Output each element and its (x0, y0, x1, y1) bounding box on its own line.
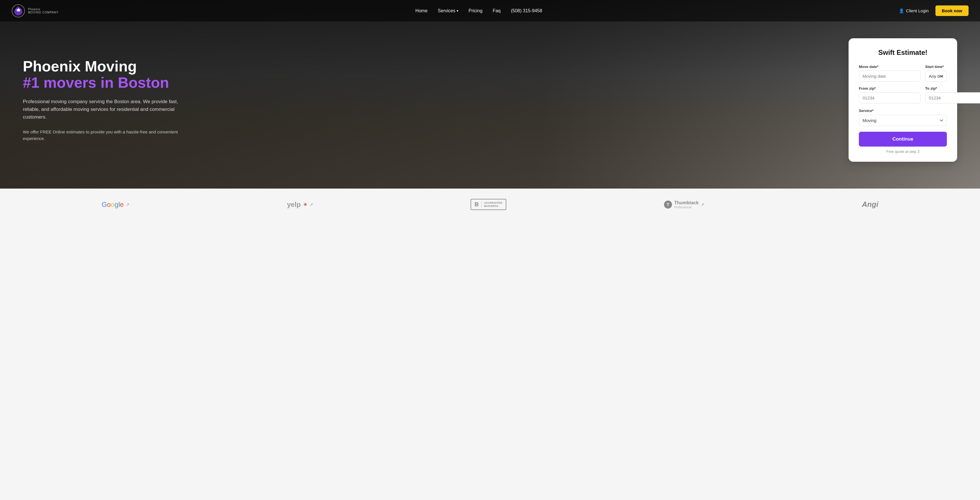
nav-services-label: Services (438, 8, 455, 13)
form-group-from-zip: From zip* (859, 86, 921, 104)
move-date-label: Move date* (859, 65, 921, 69)
logo-subtext: MOVING COMPANY (28, 11, 59, 14)
form-row-date-time: Move date* Start time* Any time 8:00 AM … (859, 65, 947, 82)
hero-title-line2: #1 movers in Boston (23, 75, 189, 91)
thumbtack-name: Thumbtack (674, 200, 698, 205)
move-date-input[interactable] (859, 70, 921, 82)
form-group-move-date: Move date* (859, 65, 921, 82)
thumbtack-sublabel: Professional (674, 205, 698, 209)
yelp-logo: yelp (287, 201, 301, 209)
nav-right: 👤 Client Login Book now (899, 5, 969, 16)
trust-thumbtack[interactable]: T Thumbtack Professional ↗ (664, 200, 704, 209)
client-login-link[interactable]: 👤 Client Login (899, 8, 929, 13)
book-now-button[interactable]: Book now (935, 5, 969, 16)
nav-home[interactable]: Home (415, 8, 428, 13)
logo-brand: Phoenix (28, 8, 59, 11)
hero-section: Phoenix Moving #1 movers in Boston Profe… (0, 0, 980, 189)
yelp-burst-icon: ✳ (303, 201, 307, 208)
nav-services[interactable]: Services ▾ (438, 8, 458, 13)
from-zip-label: From zip* (859, 86, 921, 91)
trust-angi[interactable]: Angi (862, 200, 878, 209)
nav-pricing[interactable]: Pricing (469, 8, 482, 13)
client-login-label: Client Login (906, 8, 929, 13)
hero-title-line1: Phoenix Moving (23, 58, 189, 75)
bbb-accredited: ACCREDITED (484, 201, 502, 205)
estimate-title: Swift Estimate! (859, 49, 947, 57)
bbb-text: ACCREDITED BUSINESS (484, 201, 502, 208)
trust-bbb[interactable]: B ACCREDITED BUSINESS (471, 199, 506, 210)
user-icon: 👤 (899, 8, 904, 13)
google-logo: Google (102, 201, 124, 209)
bbb-initial: B (474, 201, 482, 208)
start-time-label: Start time* (925, 65, 947, 69)
logo-text: Phoenix MOVING COMPANY (28, 8, 59, 14)
from-zip-input[interactable] (859, 92, 921, 104)
service-select[interactable]: Moving Packing Storage Junk Removal (859, 115, 947, 126)
service-label: Service* (859, 108, 873, 113)
nav-phone[interactable]: (508) 315-9458 (511, 8, 542, 13)
nav-faq[interactable]: Faq (493, 8, 501, 13)
thumbtack-icon: T (664, 201, 672, 209)
start-time-select[interactable]: Any time 8:00 AM 9:00 AM 10:00 AM 11:00 … (925, 70, 947, 82)
thumbtack-text: Thumbtack Professional (674, 200, 698, 209)
yelp-arrow-icon: ↗ (310, 202, 313, 207)
navbar: Phoenix MOVING COMPANY Home Services ▾ P… (0, 0, 980, 21)
to-zip-input[interactable] (925, 92, 980, 104)
estimate-card: Swift Estimate! Move date* Start time* A… (849, 38, 957, 162)
to-zip-label: To zip* (925, 86, 980, 91)
bbb-business: BUSINESS (484, 205, 502, 208)
form-row-zip: From zip* To zip* (859, 86, 947, 104)
nav-links: Home Services ▾ Pricing Faq (508) 315-94… (415, 8, 542, 13)
continue-button[interactable]: Continue (859, 132, 947, 146)
form-group-start-time: Start time* Any time 8:00 AM 9:00 AM 10:… (925, 65, 947, 82)
chevron-down-icon: ▾ (457, 9, 458, 13)
google-arrow-icon: ↗ (126, 202, 129, 207)
svg-point-1 (17, 9, 20, 11)
angi-logo: Angi (862, 200, 878, 209)
trust-yelp[interactable]: yelp ✳ ↗ (287, 201, 313, 209)
logo-link[interactable]: Phoenix MOVING COMPANY (11, 4, 59, 18)
form-group-to-zip: To zip* (925, 86, 980, 104)
hero-offer: We offer FREE Online estimates to provid… (23, 129, 189, 142)
logo-icon (11, 4, 25, 18)
thumbtack-arrow-icon: ↗ (701, 202, 704, 207)
hero-description: Professional moving company serving the … (23, 98, 189, 121)
trust-google[interactable]: Google ↗ (102, 201, 129, 209)
form-group-service: Service* Moving Packing Storage Junk Rem… (859, 108, 947, 126)
trust-bar: Google ↗ yelp ✳ ↗ B ACCREDITED BUSINESS … (0, 189, 980, 220)
hero-text-block: Phoenix Moving #1 movers in Boston Profe… (23, 58, 189, 142)
hero-content: Phoenix Moving #1 movers in Boston Profe… (0, 0, 980, 189)
free-quote-text: Free quote at step 3 (859, 150, 947, 154)
